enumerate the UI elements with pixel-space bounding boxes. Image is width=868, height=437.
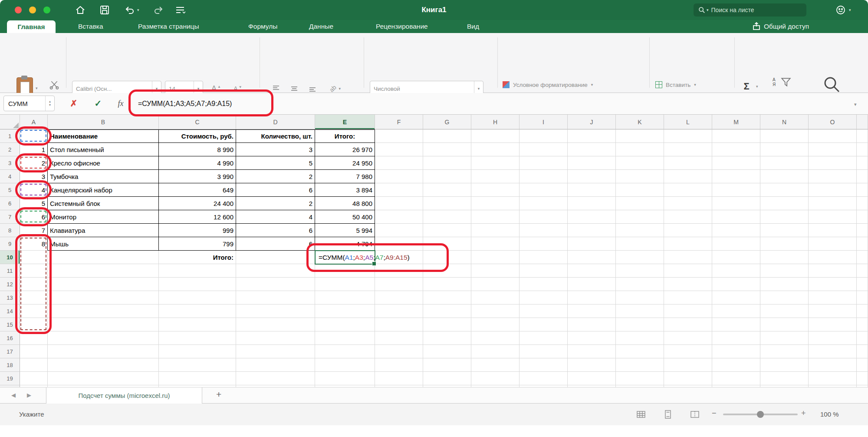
cell-N9[interactable] [760,237,809,251]
cell-K13[interactable] [616,291,664,305]
cell-J4[interactable] [568,170,616,183]
cell-N15[interactable] [760,318,809,331]
cell-A19[interactable] [20,372,48,385]
cell-G2[interactable] [423,143,471,156]
cell-L13[interactable] [664,291,712,305]
cell-B15[interactable] [48,318,159,331]
cell-N13[interactable] [760,291,809,305]
account-dropdown-icon[interactable]: ▾ [849,8,851,12]
cell-L7[interactable] [664,210,712,224]
cell-B14[interactable] [48,305,159,318]
cell-J13[interactable] [568,291,616,305]
cell-O3[interactable] [809,156,857,170]
cell-O6[interactable] [809,197,857,210]
cell-C18[interactable] [159,358,236,372]
cell-L1[interactable] [664,129,712,143]
cell-F16[interactable] [375,331,423,345]
cell-M11[interactable] [712,264,760,278]
orientation-dropdown-icon[interactable]: ▾ [339,86,341,91]
tab-data[interactable]: Данные [309,20,333,33]
cell-H18[interactable] [471,358,519,372]
cell-M19[interactable] [712,372,760,385]
cell-A14[interactable] [20,305,48,318]
cell-A18[interactable] [20,358,48,372]
cell-D7[interactable]: 4 [236,210,315,224]
search-field[interactable]: ▾ Поиск на листе [694,3,806,17]
cell-A3[interactable]: 2 [20,156,48,170]
cell-B18[interactable] [48,358,159,372]
cell-H11[interactable] [471,264,519,278]
row-header-13[interactable]: 13 [0,291,20,305]
insert-cells-button[interactable]: Вставить▾ [655,78,696,91]
cell-O7[interactable] [809,210,857,224]
cell-K17[interactable] [616,345,664,358]
row-header-5[interactable]: 5 [0,183,20,197]
cell-I10[interactable] [519,251,568,264]
cell-E17[interactable] [315,345,375,358]
cell-O1[interactable] [809,129,857,143]
autosum-button[interactable]: Σ [739,79,754,94]
cell-B10[interactable] [48,251,159,264]
cell-H10[interactable] [471,251,519,264]
formula-bar-expand-icon[interactable]: ▾ [854,102,857,107]
cell-O2[interactable] [809,143,857,156]
cell-A5[interactable]: 4 [20,183,48,197]
cell-M2[interactable] [712,143,760,156]
cell-O8[interactable] [809,224,857,237]
cell-F4[interactable] [375,170,423,183]
cell-J11[interactable] [568,264,616,278]
cell-O14[interactable] [809,305,857,318]
cell-I3[interactable] [519,156,568,170]
cell-C8[interactable]: 999 [159,224,236,237]
cell-J18[interactable] [568,358,616,372]
cell-H13[interactable] [471,291,519,305]
cell-A6[interactable]: 5 [20,197,48,210]
cell-H17[interactable] [471,345,519,358]
cell-H5[interactable] [471,183,519,197]
cell-D3[interactable]: 5 [236,156,315,170]
page-break-view-icon[interactable] [690,410,700,421]
cell-N18[interactable] [760,358,809,372]
cell-J15[interactable] [568,318,616,331]
cell-F12[interactable] [375,278,423,291]
cell-J3[interactable] [568,156,616,170]
cell-D12[interactable] [236,278,315,291]
cell-H2[interactable] [471,143,519,156]
cell-M17[interactable] [712,345,760,358]
column-header-D[interactable]: D [236,115,315,129]
cell-L17[interactable] [664,345,712,358]
cell-C11[interactable] [159,264,236,278]
cell-E5[interactable]: 3 894 [315,183,375,197]
cell-D4[interactable]: 2 [236,170,315,183]
cell-I9[interactable] [519,237,568,251]
cell-K16[interactable] [616,331,664,345]
column-header-K[interactable]: K [616,115,664,129]
row-header-17[interactable]: 17 [0,345,20,358]
cell-L2[interactable] [664,143,712,156]
cell-G11[interactable] [423,264,471,278]
cell-G7[interactable] [423,210,471,224]
row-header-11[interactable]: 11 [0,264,20,278]
cell-F2[interactable] [375,143,423,156]
cell-D15[interactable] [236,318,315,331]
cell-B7[interactable]: Монитор [48,210,159,224]
cell-K18[interactable] [616,358,664,372]
cell-F6[interactable] [375,197,423,210]
fill-handle[interactable] [372,262,376,266]
autosum-dropdown-icon[interactable]: ▾ [756,84,758,89]
cell-I4[interactable] [519,170,568,183]
account-smiley-icon[interactable] [835,4,846,17]
column-header-I[interactable]: I [519,115,568,129]
cell-H16[interactable] [471,331,519,345]
cell-D6[interactable]: 2 [236,197,315,210]
cell-O9[interactable] [809,237,857,251]
cell-O17[interactable] [809,345,857,358]
cell-F8[interactable] [375,224,423,237]
cell-K3[interactable] [616,156,664,170]
cell-K12[interactable] [616,278,664,291]
cell-F3[interactable] [375,156,423,170]
cell-L4[interactable] [664,170,712,183]
cell-G12[interactable] [423,278,471,291]
cell-N6[interactable] [760,197,809,210]
cell-M10[interactable] [712,251,760,264]
